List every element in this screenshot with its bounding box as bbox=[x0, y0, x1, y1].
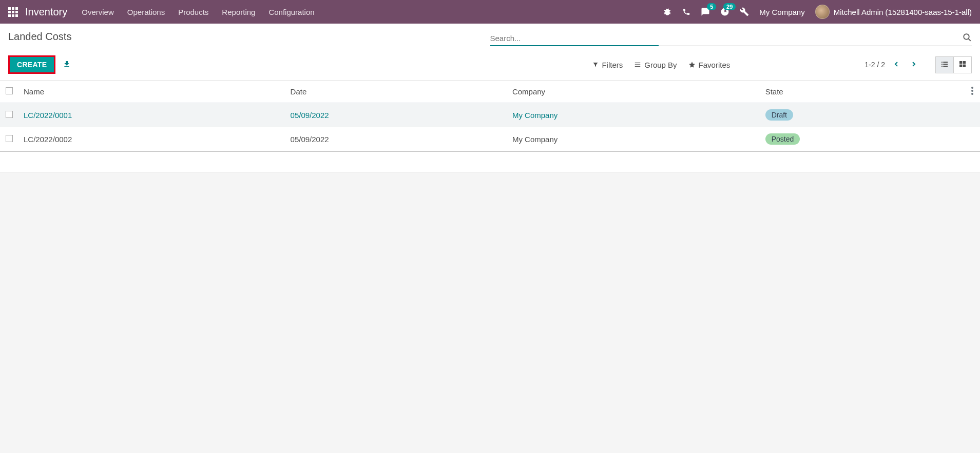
filters-bar: Filters Group By Favorites 1-2 / 2 bbox=[592, 56, 972, 73]
header-date[interactable]: Date bbox=[285, 81, 507, 103]
select-all-checkbox[interactable] bbox=[6, 87, 13, 94]
row-checkbox[interactable] bbox=[6, 135, 13, 142]
svg-point-0 bbox=[964, 34, 969, 40]
chevron-left-icon bbox=[892, 60, 900, 68]
nav-products[interactable]: Products bbox=[178, 8, 208, 16]
row-checkbox-cell bbox=[0, 127, 18, 152]
cell-date: 05/09/2022 bbox=[285, 127, 507, 152]
activity-badge: 29 bbox=[723, 3, 736, 10]
filters-label: Filters bbox=[602, 61, 623, 69]
avatar bbox=[815, 5, 830, 19]
svg-rect-14 bbox=[963, 64, 966, 67]
nav-overview[interactable]: Overview bbox=[82, 8, 114, 16]
svg-rect-8 bbox=[943, 64, 948, 65]
groupby-label: Group By bbox=[644, 61, 677, 69]
status-badge: Posted bbox=[765, 133, 800, 145]
list-table: Name Date Company State LC/2022/000105/0… bbox=[0, 81, 980, 152]
phone-icon[interactable] bbox=[682, 8, 690, 16]
cell-state: Draft bbox=[760, 103, 965, 127]
favorites-label: Favorites bbox=[699, 61, 731, 69]
svg-point-16 bbox=[971, 90, 973, 92]
header-name[interactable]: Name bbox=[18, 81, 285, 103]
kebab-icon bbox=[971, 87, 973, 95]
svg-rect-12 bbox=[963, 61, 966, 64]
bug-icon[interactable] bbox=[663, 7, 672, 16]
row-checkbox-cell bbox=[0, 103, 18, 127]
user-name: Mitchell Admin (15281400-saas-15-1-all) bbox=[834, 8, 972, 16]
cell-company: My Company bbox=[507, 103, 760, 127]
svg-rect-7 bbox=[941, 64, 943, 65]
header-state[interactable]: State bbox=[760, 81, 965, 103]
nav-operations[interactable]: Operations bbox=[127, 8, 165, 16]
nav-links: Overview Operations Products Reporting C… bbox=[82, 8, 314, 16]
pager-next[interactable] bbox=[908, 58, 920, 72]
svg-rect-9 bbox=[941, 66, 943, 67]
status-badge: Draft bbox=[765, 109, 793, 121]
download-icon[interactable] bbox=[63, 60, 71, 70]
create-button[interactable]: CREATE bbox=[10, 57, 54, 72]
nav-configuration[interactable]: Configuration bbox=[268, 8, 314, 16]
header-company[interactable]: Company bbox=[507, 81, 760, 103]
list-view-button[interactable] bbox=[935, 56, 954, 73]
svg-rect-5 bbox=[941, 62, 943, 63]
favorites-button[interactable]: Favorites bbox=[688, 61, 731, 69]
kanban-view-icon bbox=[958, 60, 967, 68]
cell-options bbox=[965, 103, 980, 127]
pager-text: 1-2 / 2 bbox=[864, 61, 885, 69]
cell-state: Posted bbox=[760, 127, 965, 152]
chat-badge: 5 bbox=[707, 3, 716, 10]
svg-point-15 bbox=[971, 87, 973, 89]
search-icon[interactable] bbox=[963, 33, 972, 44]
groupby-button[interactable]: Group By bbox=[634, 61, 677, 69]
table-footer-space bbox=[0, 152, 980, 172]
funnel-icon bbox=[592, 62, 599, 68]
search-accent bbox=[490, 45, 659, 46]
pager-prev[interactable] bbox=[890, 58, 902, 72]
create-highlight-box: CREATE bbox=[8, 55, 55, 74]
pager-block: 1-2 / 2 bbox=[864, 56, 972, 73]
control-panel: Landed Costs CREATE Filters Group By bbox=[0, 24, 980, 81]
svg-point-17 bbox=[971, 93, 973, 95]
topnav-right: 5 29 My Company Mitchell Admin (15281400… bbox=[663, 5, 972, 19]
svg-rect-13 bbox=[959, 64, 962, 67]
cell-date: 05/09/2022 bbox=[285, 103, 507, 127]
top-navbar: Inventory Overview Operations Products R… bbox=[0, 0, 980, 24]
list-view-icon bbox=[940, 60, 949, 68]
list-icon bbox=[634, 61, 641, 68]
cell-options bbox=[965, 127, 980, 152]
svg-rect-10 bbox=[943, 66, 948, 67]
svg-line-1 bbox=[968, 38, 971, 41]
company-selector[interactable]: My Company bbox=[759, 8, 804, 16]
filters-button[interactable]: Filters bbox=[592, 61, 623, 69]
activity-icon[interactable]: 29 bbox=[720, 7, 729, 16]
header-options[interactable] bbox=[965, 81, 980, 103]
table-row[interactable]: LC/2022/000205/09/2022My CompanyPosted bbox=[0, 127, 980, 152]
header-checkbox-cell bbox=[0, 81, 18, 103]
nav-reporting[interactable]: Reporting bbox=[222, 8, 255, 16]
view-switch bbox=[935, 56, 972, 73]
tools-icon[interactable] bbox=[740, 7, 749, 16]
chat-icon[interactable]: 5 bbox=[701, 7, 710, 16]
cell-company: My Company bbox=[507, 127, 760, 152]
kanban-view-button[interactable] bbox=[954, 56, 972, 73]
row-checkbox[interactable] bbox=[6, 111, 13, 118]
app-brand[interactable]: Inventory bbox=[25, 6, 67, 18]
page-title: Landed Costs bbox=[8, 31, 71, 43]
svg-rect-11 bbox=[959, 61, 962, 64]
table-row[interactable]: LC/2022/000105/09/2022My CompanyDraft bbox=[0, 103, 980, 127]
svg-rect-6 bbox=[943, 62, 948, 63]
apps-menu-icon[interactable] bbox=[8, 7, 18, 17]
star-icon bbox=[688, 61, 696, 68]
chevron-right-icon bbox=[910, 60, 918, 68]
cell-name: LC/2022/0001 bbox=[18, 103, 285, 127]
cell-name: LC/2022/0002 bbox=[18, 127, 285, 152]
search-wrap bbox=[490, 31, 972, 46]
search-input[interactable] bbox=[490, 31, 963, 46]
list-table-wrap: Name Date Company State LC/2022/000105/0… bbox=[0, 81, 980, 172]
user-menu[interactable]: Mitchell Admin (15281400-saas-15-1-all) bbox=[815, 5, 972, 19]
